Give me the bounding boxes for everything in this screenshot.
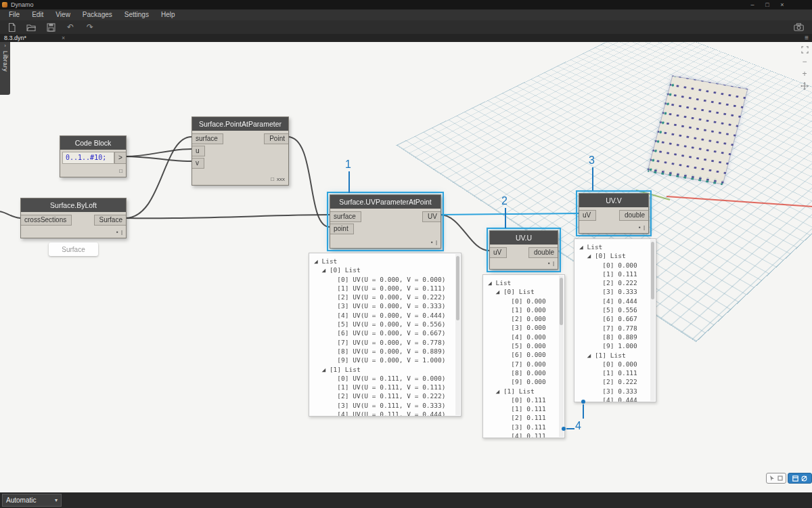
lacing-indicator[interactable]: | bbox=[553, 260, 554, 267]
maximize-button[interactable]: □ bbox=[761, 1, 774, 9]
menu-packages[interactable]: Packages bbox=[76, 9, 118, 20]
port-output-codeblock[interactable]: > bbox=[114, 152, 126, 164]
title-bar[interactable]: Dynamo – □ × bbox=[0, 0, 812, 9]
workspace-canvas[interactable]: › Library Code Block 0..1..#10; > □ bbox=[0, 42, 812, 492]
export-image-camera-icon[interactable] bbox=[793, 22, 804, 33]
window-controls: – □ × bbox=[746, 1, 789, 9]
scrollbar-thumb[interactable] bbox=[560, 278, 563, 325]
port-output-double[interactable]: double bbox=[619, 210, 648, 221]
port-output-point[interactable]: Point bbox=[264, 133, 288, 144]
node-uv-u[interactable]: UV.U uV double ▪ | bbox=[489, 230, 558, 270]
scrollbar[interactable] bbox=[455, 254, 460, 415]
preview-toggle[interactable]: □ bbox=[119, 168, 122, 175]
new-file-icon[interactable] bbox=[6, 22, 17, 33]
preview-toggle[interactable]: ▪ bbox=[548, 260, 550, 267]
preview-list-u-values: ◢ List ◢ [0] List [0] 0.000 [1] 0.000 [2… bbox=[482, 274, 565, 438]
preview-toggle[interactable]: ▪ bbox=[431, 239, 433, 246]
scrollbar-thumb[interactable] bbox=[651, 242, 654, 299]
port-input-v[interactable]: v bbox=[192, 158, 204, 169]
annotation-2: 2 bbox=[501, 195, 508, 207]
annotation-4-leader-b bbox=[583, 404, 584, 419]
wire-into-byloft[interactable] bbox=[0, 211, 20, 218]
save-icon[interactable] bbox=[45, 22, 56, 33]
annotation-4-leader-a bbox=[566, 428, 574, 429]
menu-settings[interactable]: Settings bbox=[118, 9, 155, 20]
preview-toggle[interactable]: □ bbox=[271, 176, 274, 183]
node-title[interactable]: Code Block bbox=[60, 136, 126, 150]
port-input-point[interactable]: point bbox=[330, 224, 354, 234]
wire-point-to-uvparameteratpoint[interactable] bbox=[288, 137, 330, 227]
menu-help[interactable]: Help bbox=[155, 9, 181, 20]
tab-overflow-menu-icon[interactable]: ≡ bbox=[805, 35, 809, 41]
library-panel-collapsed[interactable]: › Library bbox=[0, 42, 10, 95]
port-output-uv[interactable]: UV bbox=[422, 211, 441, 222]
node-title[interactable]: UV.U bbox=[490, 231, 558, 245]
wire-byloft-to-uvparameteratpoint[interactable] bbox=[125, 215, 330, 218]
dynamo-window: Dynamo – □ × File Edit View Packages Set… bbox=[0, 0, 812, 508]
lacing-indicator[interactable]: | bbox=[644, 224, 645, 231]
menu-bar: File Edit View Packages Settings Help bbox=[0, 9, 812, 20]
node-code-block[interactable]: Code Block 0..1..#10; > □ bbox=[60, 135, 127, 177]
select-cursor-icon bbox=[769, 475, 775, 482]
tab-bar: 8.3.dyn* × ≡ bbox=[0, 34, 812, 42]
minimize-button[interactable]: – bbox=[746, 1, 759, 9]
run-mode-dropdown[interactable]: Automatic ▾ bbox=[2, 494, 62, 507]
port-input-surface[interactable]: surface bbox=[192, 133, 223, 144]
scrollbar-thumb[interactable] bbox=[456, 256, 459, 320]
wire-uv-to-uvu[interactable] bbox=[440, 215, 489, 251]
open-file-icon[interactable] bbox=[26, 22, 37, 33]
annotation-2-leader bbox=[505, 208, 506, 228]
node-title[interactable]: Surface.UVParameterAtPoint bbox=[330, 195, 441, 209]
menu-edit[interactable]: Edit bbox=[26, 9, 49, 20]
menu-file[interactable]: File bbox=[3, 9, 26, 20]
tab-label: 8.3.dyn* bbox=[0, 35, 30, 41]
preview-list-v-values: ◢ List ◢ [0] List [0] 0.000 [1] 0.111 [2… bbox=[574, 238, 656, 402]
geometry-view-controls[interactable] bbox=[766, 473, 786, 484]
tab-close-icon[interactable]: × bbox=[62, 35, 65, 41]
port-output-double[interactable]: double bbox=[528, 247, 558, 258]
scrollbar[interactable] bbox=[650, 240, 655, 401]
zoom-fit-icon[interactable] bbox=[800, 45, 809, 54]
node-surface-byloft[interactable]: Surface.ByLoft crossSections Surface ▪ | bbox=[20, 198, 127, 238]
lacing-indicator[interactable]: xxx bbox=[277, 176, 285, 183]
close-button[interactable]: × bbox=[775, 1, 789, 9]
undo-icon[interactable]: ↶ bbox=[65, 22, 76, 33]
port-input-crosssections[interactable]: crossSections bbox=[21, 215, 72, 226]
node-uv-v[interactable]: UV.V uV double ▪ | bbox=[579, 193, 649, 234]
toolbar: ↶ ↷ bbox=[0, 20, 812, 34]
pan-icon[interactable] bbox=[800, 81, 809, 91]
node-surface-uvparameteratpoint[interactable]: Surface.UVParameterAtPoint surface point… bbox=[330, 194, 441, 249]
geometry-icon bbox=[777, 475, 783, 481]
wire-codeblock-to-u[interactable] bbox=[125, 149, 191, 156]
status-bar: Automatic ▾ bbox=[0, 492, 812, 508]
graph-view-controls-active[interactable] bbox=[788, 473, 812, 484]
code-block-expression[interactable]: 0..1..#10; bbox=[62, 152, 114, 164]
orbit-icon bbox=[801, 475, 807, 482]
port-output-surface[interactable]: Surface bbox=[94, 215, 126, 226]
preview-toggle[interactable]: ▪ bbox=[639, 224, 641, 231]
annotation-3-leader bbox=[592, 167, 593, 190]
wire-uv-to-uvv-selected[interactable] bbox=[440, 213, 579, 215]
port-input-surface[interactable]: surface bbox=[330, 211, 361, 222]
lacing-indicator[interactable]: | bbox=[436, 239, 437, 246]
port-input-uv[interactable]: uV bbox=[579, 210, 596, 221]
zoom-out-icon[interactable]: − bbox=[800, 57, 809, 66]
tab-83dyn[interactable]: 8.3.dyn* × bbox=[0, 35, 65, 41]
preview-toggle[interactable]: ▪ bbox=[116, 229, 118, 236]
list-content: ◢ List ◢ [0] List [0] 0.000 [1] 0.000 [2… bbox=[483, 275, 564, 438]
lacing-indicator[interactable]: | bbox=[121, 229, 122, 236]
zoom-in-icon[interactable]: + bbox=[800, 69, 809, 79]
node-surface-pointatparameter[interactable]: Surface.PointAtParameter surface u v Poi… bbox=[191, 117, 289, 186]
annotation-1-leader bbox=[348, 171, 350, 193]
window-title: Dynamo bbox=[11, 1, 34, 8]
node-title[interactable]: UV.V bbox=[579, 194, 648, 207]
redo-icon[interactable]: ↷ bbox=[85, 22, 95, 33]
menu-view[interactable]: View bbox=[49, 9, 76, 20]
node-title[interactable]: Surface.PointAtParameter bbox=[192, 117, 288, 131]
library-expand-icon[interactable]: › bbox=[4, 43, 6, 49]
node-title[interactable]: Surface.ByLoft bbox=[21, 198, 126, 212]
port-input-u[interactable]: u bbox=[192, 146, 205, 156]
wire-codeblock-to-v[interactable] bbox=[125, 156, 191, 161]
port-input-uv[interactable]: uV bbox=[490, 247, 507, 258]
scrollbar[interactable] bbox=[559, 276, 564, 437]
